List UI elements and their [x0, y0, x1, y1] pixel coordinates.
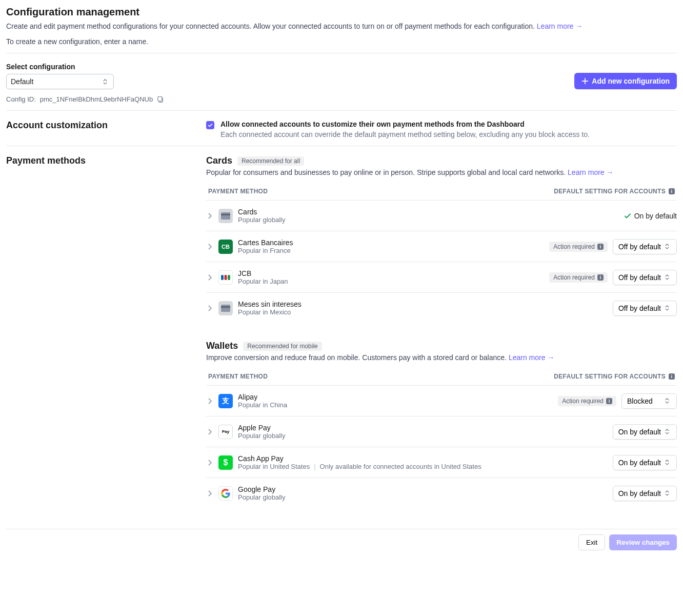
- chevron-updown-icon: [103, 78, 109, 85]
- alipay-icon: 支: [218, 394, 233, 408]
- chevron-updown-icon: [665, 305, 671, 311]
- expand-msi[interactable]: [206, 305, 213, 311]
- googlepay-state-select[interactable]: On by default: [613, 486, 677, 501]
- page-subtitle: Create and edit payment method configura…: [6, 22, 677, 30]
- svg-rect-8: [221, 306, 230, 308]
- alipay-action-required: Action requiredi: [558, 396, 616, 406]
- svg-rect-6: [228, 275, 230, 280]
- cashapp-state-select[interactable]: On by default: [613, 455, 677, 470]
- group-cards: Cards Recommended for all Popular for co…: [206, 155, 677, 323]
- cards-name: Cards: [238, 208, 619, 216]
- cb-action-required: Action requiredi: [549, 242, 608, 252]
- wallets-learn-more-link[interactable]: Learn more →: [509, 353, 554, 362]
- page-title: Configuration management: [6, 6, 677, 18]
- wallets-col-method: PAYMENT METHOD: [208, 373, 268, 380]
- group-wallets-title: Wallets: [206, 341, 238, 351]
- msi-sub: Popular in Mexico: [238, 308, 608, 316]
- alipay-sub: Popular in China: [238, 401, 553, 409]
- cards-state-static: On by default: [624, 212, 677, 220]
- customization-sub: Each connected account can override the …: [220, 130, 590, 138]
- info-icon[interactable]: i: [669, 188, 675, 194]
- expand-cards[interactable]: [206, 213, 213, 219]
- pm-row-cashapp: $ Cash App Pay Popular in United States …: [206, 447, 677, 478]
- chevron-updown-icon: [665, 460, 671, 466]
- msi-name: Meses sin intereses: [238, 300, 608, 308]
- jcb-state-select[interactable]: Off by default: [613, 270, 677, 285]
- cashapp-name: Cash App Pay: [238, 454, 608, 463]
- google-pay-icon: [218, 486, 233, 501]
- cards-recommended-badge: Recommended for all: [237, 156, 304, 166]
- svg-rect-5: [225, 275, 227, 280]
- googlepay-sub: Popular globally: [238, 493, 608, 501]
- cashapp-extra: Only available for connected accounts in…: [320, 463, 481, 470]
- applepay-state-select[interactable]: On by default: [613, 424, 677, 440]
- config-select[interactable]: Default: [6, 74, 114, 89]
- cash-app-icon: $: [218, 455, 233, 470]
- account-customization-heading: Account customization: [6, 120, 206, 131]
- cards-col-method: PAYMENT METHOD: [208, 188, 268, 195]
- divider: [6, 53, 677, 53]
- chevron-updown-icon: [665, 274, 671, 281]
- cards-col-default: DEFAULT SETTING FOR ACCOUNTS: [554, 188, 666, 195]
- wallets-col-default: DEFAULT SETTING FOR ACCOUNTS: [554, 373, 666, 380]
- expand-cashapp[interactable]: [206, 460, 213, 466]
- cards-learn-more-link[interactable]: Learn more →: [568, 168, 613, 176]
- cards-sub: Popular globally: [238, 216, 619, 224]
- exit-button[interactable]: Exit: [578, 534, 605, 550]
- chevron-updown-icon: [665, 398, 671, 404]
- wallets-recommended-badge: Recommended for mobile: [243, 342, 322, 351]
- info-icon[interactable]: i: [606, 398, 612, 404]
- info-icon[interactable]: i: [597, 274, 604, 281]
- group-cards-title: Cards: [206, 155, 232, 166]
- create-note: To create a new configuration, enter a n…: [6, 37, 677, 46]
- alipay-state-select[interactable]: Blocked: [621, 393, 677, 409]
- group-wallets: Wallets Recommended for mobile Improve c…: [206, 341, 677, 508]
- info-icon[interactable]: i: [597, 244, 604, 250]
- copy-icon[interactable]: [157, 96, 164, 103]
- pm-row-msi: Meses sin intereses Popular in Mexico Of…: [206, 293, 677, 323]
- svg-rect-4: [221, 275, 224, 280]
- expand-cb[interactable]: [206, 244, 213, 250]
- review-changes-button[interactable]: Review changes: [609, 534, 677, 550]
- customization-title: Allow connected accounts to customize th…: [220, 120, 525, 128]
- msi-state-select[interactable]: Off by default: [613, 301, 677, 316]
- cartes-bancaires-icon: CB: [218, 240, 233, 254]
- jcb-sub: Popular in Japan: [238, 277, 544, 285]
- payment-methods-heading: Payment methods: [6, 155, 206, 166]
- expand-googlepay[interactable]: [206, 490, 213, 496]
- check-icon: [208, 123, 213, 128]
- googlepay-name: Google Pay: [238, 485, 608, 493]
- pm-row-cards: Cards Popular globally On by default: [206, 201, 677, 231]
- pm-row-alipay: 支 Alipay Popular in China Action require…: [206, 386, 677, 416]
- select-config-label: Select configuration: [6, 63, 114, 71]
- jcb-action-required: Action requiredi: [549, 272, 608, 283]
- jcb-icon: [218, 270, 233, 285]
- chevron-updown-icon: [665, 490, 671, 496]
- group-cards-desc: Popular for consumers and businesses to …: [206, 168, 677, 176]
- cb-sub: Popular in France: [238, 247, 544, 254]
- config-id-value: pmc_1NFneIBkDhmL9ebrNHFaQNUb: [40, 95, 153, 103]
- config-id-label: Config ID:: [6, 95, 36, 103]
- group-wallets-desc: Improve conversion and reduce fraud on m…: [206, 353, 677, 362]
- cb-name: Cartes Bancaires: [238, 239, 544, 247]
- expand-alipay[interactable]: [206, 398, 213, 404]
- cb-state-select[interactable]: Off by default: [613, 239, 677, 254]
- applepay-sub: Popular globally: [238, 432, 608, 440]
- expand-applepay[interactable]: [206, 429, 213, 435]
- add-configuration-button[interactable]: Add new configuration: [574, 73, 677, 89]
- msi-icon: [218, 301, 233, 315]
- svg-rect-2: [221, 212, 230, 220]
- apple-pay-icon: Pay: [218, 425, 233, 439]
- pm-row-cartes-bancaires: CB Cartes Bancaires Popular in France Ac…: [206, 231, 677, 262]
- allow-customization-checkbox[interactable]: [206, 121, 214, 129]
- learn-more-link[interactable]: Learn more →: [537, 22, 582, 30]
- pm-row-applepay: Pay Apple Pay Popular globally On by def…: [206, 416, 677, 447]
- svg-rect-1: [158, 96, 162, 101]
- check-green-icon: [624, 212, 631, 220]
- chevron-updown-icon: [665, 244, 671, 250]
- info-icon[interactable]: i: [669, 373, 675, 380]
- expand-jcb[interactable]: [206, 274, 213, 281]
- svg-rect-7: [221, 305, 230, 312]
- chevron-updown-icon: [665, 429, 671, 435]
- svg-rect-3: [221, 214, 230, 215]
